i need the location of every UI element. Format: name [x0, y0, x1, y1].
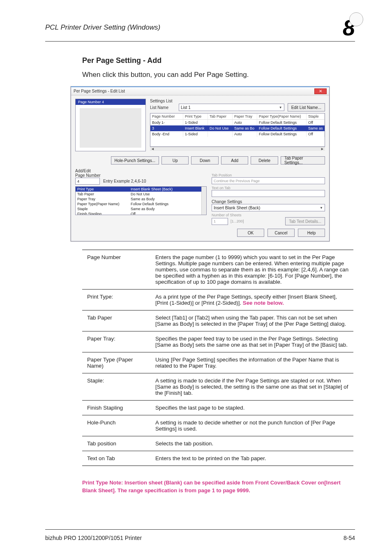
- page-number-label: Page Number: [75, 173, 207, 178]
- footer-divider: [45, 529, 355, 530]
- def-val: Select [Tab1] or [Tab2] when using the T…: [152, 310, 353, 331]
- table-row: Page Number Enters the page number (1 to…: [82, 250, 353, 290]
- tab-text-details-button: Tab Text Details...: [285, 217, 325, 225]
- text-on-tab-input: [212, 190, 325, 197]
- list-name-value: List 1: [181, 105, 191, 110]
- see-note-link[interactable]: See note below.: [243, 300, 284, 306]
- change-settings-label: Change Settings: [212, 199, 325, 204]
- tab-position-dropdown: Continue the Previous Page: [212, 177, 325, 184]
- def-val: Enters the page number (1 to 9999) which…: [152, 250, 353, 290]
- list-item: Finish StaplingOff: [76, 211, 206, 215]
- settings-list-label: Settings List: [150, 99, 325, 103]
- up-button[interactable]: Up: [161, 156, 189, 164]
- grid-col-4: Paper Type(Paper Name): [257, 114, 307, 119]
- def-key: Paper Type (Paper Name): [82, 352, 152, 373]
- list-item: Tab PaperDo Not Use: [76, 192, 206, 197]
- tab-position-label: Tab Position: [212, 173, 325, 177]
- table-row: Paper Type (Paper Name) Using [Per Page …: [82, 352, 353, 373]
- section-intro: When click this button, you can add Per …: [82, 71, 355, 79]
- preview-label: Page Number 4: [76, 99, 145, 105]
- list-name-label: List Name: [150, 105, 175, 110]
- table-row: Hole-Punch A setting is made to decide w…: [82, 415, 353, 436]
- table-row: Text on Tab Enters the text to be printe…: [82, 451, 353, 466]
- page-number-input[interactable]: 4: [75, 178, 100, 185]
- list-item: StapleSame as Body: [76, 206, 206, 211]
- def-key: Hole-Punch: [82, 415, 152, 436]
- def-key: Paper Tray:: [82, 331, 152, 352]
- table-row[interactable]: Body 1- 1-Sided Auto Follow Default Sett…: [150, 120, 325, 125]
- table-row: Tab Paper Select [Tab1] or [Tab2] when u…: [82, 310, 353, 331]
- corner-circle: [349, 12, 363, 26]
- close-icon[interactable]: ✕: [314, 88, 327, 94]
- grid-scrollbar[interactable]: [150, 147, 325, 151]
- tab-paper-settings-button[interactable]: Tab Paper Settings...: [281, 156, 325, 164]
- footer-right: 8-54: [344, 535, 355, 541]
- def-val: As a print type of the Per Page Settings…: [152, 290, 353, 310]
- grid-col-1: Print Type: [183, 114, 208, 119]
- def-key: Finish Stapling: [82, 401, 152, 415]
- grid-col-0: Page Number: [150, 114, 183, 119]
- list-name-dropdown[interactable]: List 1: [179, 104, 284, 111]
- table-row: Finish Stapling Specifies the last page …: [82, 401, 353, 415]
- list-item: Paper Type(Paper Name)Follow Default Set…: [76, 202, 206, 206]
- dialog-titlebar: Per Page Settings - Edit List ✕: [71, 87, 329, 95]
- per-page-dialog: Per Page Settings - Edit List ✕ Page Num…: [71, 86, 330, 241]
- def-val: Using [Per Page Setting] specifies the i…: [152, 352, 353, 373]
- number-sheets-stepper: 1: [212, 218, 228, 225]
- help-button[interactable]: Help: [298, 229, 325, 237]
- def-key: Tab position: [82, 436, 152, 451]
- def-key: Print Type:: [82, 290, 152, 310]
- settings-grid[interactable]: Page Number Print Type Tab Paper Paper T…: [150, 113, 325, 147]
- section-heading: Per Page Setting - Add: [82, 56, 355, 65]
- text-on-tab-label: Text on Tab: [212, 186, 325, 190]
- number-sheets-range: [1...200]: [231, 219, 244, 223]
- def-key: Tab Paper: [82, 310, 152, 331]
- def-val: A setting is made to decide if the Per P…: [152, 373, 353, 401]
- table-row: Tab position Selects the tab position.: [82, 436, 353, 451]
- list-item: Print TypeInsert Blank Sheet (Back): [76, 187, 206, 192]
- def-val: Specifies the last page to be stapled.: [152, 401, 353, 415]
- cancel-button[interactable]: Cancel: [267, 229, 295, 237]
- dialog-title: Per Page Settings - Edit List: [74, 89, 125, 93]
- def-key: Page Number: [82, 250, 152, 290]
- def-val: Enters the text to be printed on the Tab…: [152, 451, 353, 466]
- page-footer: bizhub PRO 1200/1200P/1051 Printer 8-54: [45, 535, 355, 541]
- number-sheets-label: Number of Sheets: [212, 213, 325, 217]
- property-list[interactable]: Print TypeInsert Blank Sheet (Back) Tab …: [75, 186, 207, 215]
- down-button[interactable]: Down: [191, 156, 218, 164]
- grid-col-2: Tab Paper: [208, 114, 233, 119]
- grid-col-3: Paper Tray: [233, 114, 257, 119]
- table-row: Print Type: As a print type of the Per P…: [82, 290, 353, 310]
- page-header: PCL Printer Driver Setting (Windows) 8: [45, 16, 355, 42]
- footer-left: bizhub PRO 1200/1200P/1051 Printer: [45, 535, 142, 541]
- add-edit-label: Add/Edit: [75, 169, 325, 173]
- proplist-scrollbar[interactable]: [201, 187, 206, 215]
- list-item: Paper TraySame as Body: [76, 197, 206, 202]
- edit-list-name-button[interactable]: Edit List Name...: [288, 103, 325, 111]
- table-row: Staple: A setting is made to decide if t…: [82, 373, 353, 401]
- table-row: Paper Tray: Specifies the paper feed tra…: [82, 331, 353, 352]
- ok-button[interactable]: OK: [237, 229, 264, 237]
- delete-button[interactable]: Delete: [251, 156, 278, 164]
- add-button[interactable]: Add: [221, 156, 248, 164]
- settings-definition-table: Page Number Enters the page number (1 to…: [82, 250, 353, 466]
- def-key: Staple:: [82, 373, 152, 401]
- hole-punch-settings-button[interactable]: Hole-Punch Settings...: [111, 156, 159, 164]
- header-title: PCL Printer Driver Setting (Windows): [45, 23, 160, 32]
- table-row[interactable]: Body -End 1-Sided Auto Follow Default Se…: [150, 131, 325, 137]
- print-type-note: Print Type Note: Insertion sheet (Blank)…: [82, 479, 355, 495]
- grid-col-5: Staple: [307, 114, 325, 119]
- table-row[interactable]: 3 Insert Blank Do Not Use Same as Bo Fol…: [150, 125, 325, 131]
- change-settings-dropdown[interactable]: Insert Blank Sheet (Back): [212, 204, 325, 211]
- def-val: Specifies the paper feed tray to be used…: [152, 331, 353, 352]
- def-val: A setting is made to decide whether or n…: [152, 415, 353, 436]
- def-key: Text on Tab: [82, 451, 152, 466]
- entry-example-label: Entry Example 2,4,6-10: [103, 179, 146, 183]
- def-val: Selects the tab position.: [152, 436, 353, 451]
- preview-frame: Page Number 4: [75, 99, 146, 151]
